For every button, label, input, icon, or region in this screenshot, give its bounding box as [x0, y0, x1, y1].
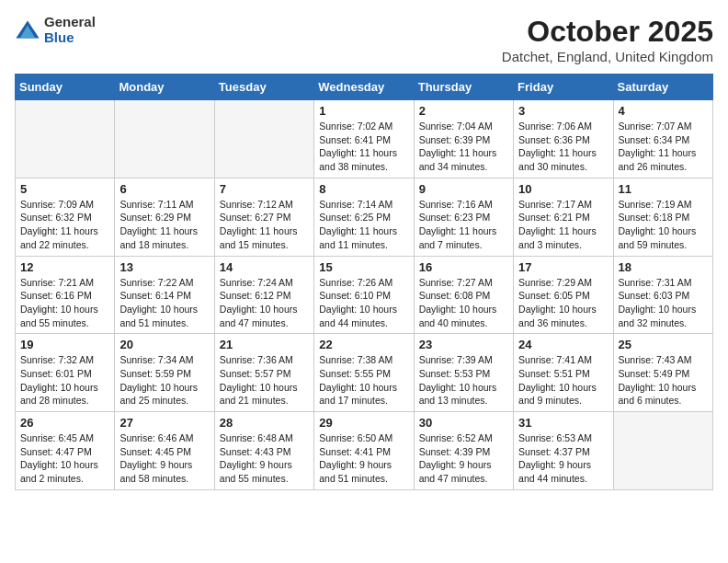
- sunrise-label: Sunrise: 7:11 AM: [119, 199, 193, 210]
- daylight-label: Daylight: 11 hours and 22 minutes.: [20, 225, 98, 250]
- calendar-empty-cell: [613, 412, 712, 490]
- sunrise-label: Sunrise: 7:32 AM: [20, 354, 94, 365]
- day-number: 27: [119, 416, 209, 430]
- sunrise-label: Sunrise: 7:24 AM: [220, 277, 293, 288]
- day-info: Sunrise: 7:11 AMSunset: 6:29 PMDaylight:…: [119, 198, 209, 252]
- calendar-day-cell: 21Sunrise: 7:36 AMSunset: 5:57 PMDayligh…: [214, 334, 313, 412]
- day-number: 14: [220, 260, 309, 274]
- day-number: 5: [20, 182, 109, 196]
- sunrise-label: Sunrise: 7:41 AM: [518, 354, 592, 365]
- day-info: Sunrise: 6:52 AMSunset: 4:39 PMDaylight:…: [419, 431, 508, 486]
- sunrise-label: Sunrise: 6:50 AM: [319, 432, 392, 443]
- sunset-label: Sunset: 6:12 PM: [220, 290, 291, 301]
- day-info: Sunrise: 6:53 AMSunset: 4:37 PMDaylight:…: [518, 431, 608, 486]
- sunrise-label: Sunrise: 7:02 AM: [319, 121, 392, 132]
- sunrise-label: Sunrise: 7:14 AM: [319, 199, 392, 210]
- daylight-label: Daylight: 10 hours and 55 minutes.: [20, 304, 98, 328]
- weekday-header-friday: Friday: [514, 75, 613, 100]
- day-number: 30: [419, 416, 508, 430]
- calendar-day-cell: 25Sunrise: 7:43 AMSunset: 5:49 PMDayligh…: [613, 334, 712, 412]
- day-info: Sunrise: 7:16 AMSunset: 6:23 PMDaylight:…: [419, 198, 508, 252]
- day-number: 10: [518, 182, 608, 196]
- calendar-day-cell: 5Sunrise: 7:09 AMSunset: 6:32 PMDaylight…: [16, 178, 115, 256]
- sunrise-label: Sunrise: 7:34 AM: [119, 354, 193, 365]
- sunset-label: Sunset: 6:10 PM: [319, 290, 391, 301]
- day-info: Sunrise: 6:50 AMSunset: 4:41 PMDaylight:…: [319, 431, 408, 486]
- sunrise-label: Sunrise: 7:39 AM: [419, 354, 493, 365]
- sunset-label: Sunset: 4:43 PM: [220, 446, 291, 457]
- logo-icon: [15, 17, 40, 43]
- day-info: Sunrise: 7:32 AMSunset: 6:01 PMDaylight:…: [20, 353, 109, 408]
- day-number: 15: [319, 260, 408, 274]
- page-header: General Blue October 2025 Datchet, Engla…: [15, 15, 713, 64]
- sunset-label: Sunset: 6:16 PM: [20, 290, 92, 301]
- day-number: 18: [619, 260, 708, 274]
- sunset-label: Sunset: 6:32 PM: [20, 212, 92, 223]
- daylight-label: Daylight: 10 hours and 25 minutes.: [119, 382, 198, 407]
- sunrise-label: Sunrise: 7:09 AM: [20, 199, 94, 210]
- calendar-day-cell: 7Sunrise: 7:12 AMSunset: 6:27 PMDaylight…: [214, 178, 313, 256]
- calendar-day-cell: 26Sunrise: 6:45 AMSunset: 4:47 PMDayligh…: [16, 412, 115, 490]
- calendar-week-row: 26Sunrise: 6:45 AMSunset: 4:47 PMDayligh…: [16, 412, 713, 490]
- day-number: 9: [419, 182, 508, 196]
- calendar-day-cell: 20Sunrise: 7:34 AMSunset: 5:59 PMDayligh…: [115, 334, 214, 412]
- sunset-label: Sunset: 5:55 PM: [319, 368, 391, 379]
- sunset-label: Sunset: 6:18 PM: [619, 212, 690, 223]
- calendar-table: SundayMondayTuesdayWednesdayThursdayFrid…: [15, 74, 713, 490]
- weekday-header-monday: Monday: [115, 75, 214, 100]
- sunrise-label: Sunrise: 6:45 AM: [20, 432, 94, 443]
- day-number: 3: [518, 104, 608, 118]
- day-number: 7: [220, 182, 309, 196]
- daylight-label: Daylight: 10 hours and 51 minutes.: [119, 304, 198, 328]
- calendar-day-cell: 13Sunrise: 7:22 AMSunset: 6:14 PMDayligh…: [115, 256, 214, 334]
- weekday-header-sunday: Sunday: [16, 75, 115, 100]
- sunrise-label: Sunrise: 6:48 AM: [220, 432, 293, 443]
- day-number: 29: [319, 416, 408, 430]
- daylight-label: Daylight: 10 hours and 6 minutes.: [619, 382, 697, 407]
- sunset-label: Sunset: 6:36 PM: [518, 134, 590, 145]
- sunset-label: Sunset: 4:37 PM: [518, 446, 590, 457]
- sunrise-label: Sunrise: 7:43 AM: [619, 354, 692, 365]
- sunset-label: Sunset: 6:29 PM: [119, 212, 191, 223]
- day-info: Sunrise: 7:12 AMSunset: 6:27 PMDaylight:…: [220, 198, 309, 252]
- day-info: Sunrise: 7:36 AMSunset: 5:57 PMDaylight:…: [220, 353, 309, 408]
- day-number: 6: [119, 182, 209, 196]
- daylight-label: Daylight: 10 hours and 47 minutes.: [220, 304, 298, 328]
- day-number: 24: [518, 338, 608, 351]
- day-number: 16: [419, 260, 508, 274]
- day-info: Sunrise: 7:02 AMSunset: 6:41 PMDaylight:…: [319, 120, 408, 174]
- day-info: Sunrise: 7:24 AMSunset: 6:12 PMDaylight:…: [220, 276, 309, 330]
- daylight-label: Daylight: 11 hours and 30 minutes.: [518, 147, 597, 172]
- daylight-label: Daylight: 11 hours and 34 minutes.: [419, 147, 497, 172]
- day-number: 20: [119, 338, 209, 351]
- weekday-header-thursday: Thursday: [414, 75, 513, 100]
- day-number: 21: [220, 338, 309, 351]
- calendar-day-cell: 15Sunrise: 7:26 AMSunset: 6:10 PMDayligh…: [314, 256, 414, 334]
- daylight-label: Daylight: 11 hours and 26 minutes.: [619, 147, 697, 172]
- sunset-label: Sunset: 4:47 PM: [20, 446, 92, 457]
- daylight-label: Daylight: 11 hours and 18 minutes.: [119, 225, 198, 250]
- daylight-label: Daylight: 10 hours and 40 minutes.: [419, 304, 497, 328]
- day-info: Sunrise: 7:43 AMSunset: 5:49 PMDaylight:…: [619, 353, 708, 408]
- day-number: 19: [20, 338, 109, 351]
- sunrise-label: Sunrise: 7:36 AM: [220, 354, 293, 365]
- daylight-label: Daylight: 9 hours and 44 minutes.: [518, 459, 591, 484]
- daylight-label: Daylight: 11 hours and 3 minutes.: [518, 225, 597, 250]
- calendar-day-cell: 4Sunrise: 7:07 AMSunset: 6:34 PMDaylight…: [613, 100, 712, 178]
- sunrise-label: Sunrise: 7:26 AM: [319, 277, 392, 288]
- day-info: Sunrise: 7:38 AMSunset: 5:55 PMDaylight:…: [319, 353, 408, 408]
- day-number: 25: [619, 338, 708, 351]
- weekday-header-tuesday: Tuesday: [214, 75, 313, 100]
- sunrise-label: Sunrise: 7:17 AM: [518, 199, 592, 210]
- sunset-label: Sunset: 6:27 PM: [220, 212, 291, 223]
- day-info: Sunrise: 7:34 AMSunset: 5:59 PMDaylight:…: [119, 353, 209, 408]
- day-number: 8: [319, 182, 408, 196]
- day-number: 12: [20, 260, 109, 274]
- weekday-header-saturday: Saturday: [613, 75, 712, 100]
- calendar-empty-cell: [16, 100, 115, 178]
- weekday-header-wednesday: Wednesday: [314, 75, 414, 100]
- calendar-day-cell: 10Sunrise: 7:17 AMSunset: 6:21 PMDayligh…: [514, 178, 613, 256]
- day-info: Sunrise: 7:27 AMSunset: 6:08 PMDaylight:…: [419, 276, 508, 330]
- sunset-label: Sunset: 5:57 PM: [220, 368, 291, 379]
- calendar-day-cell: 24Sunrise: 7:41 AMSunset: 5:51 PMDayligh…: [514, 334, 613, 412]
